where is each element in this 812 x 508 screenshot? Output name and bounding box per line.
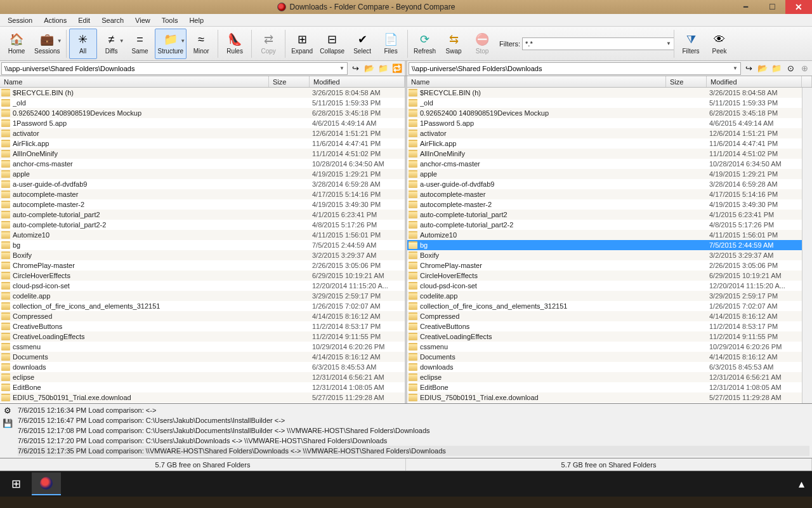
table-row[interactable]: 1Password 5.app4/6/2015 4:49:14 AM	[0, 118, 405, 128]
same-button[interactable]: =Same	[126, 29, 154, 59]
col-size[interactable]: Size	[269, 76, 310, 87]
table-row[interactable]: EDIUS_750b0191_Trial.exe.download5/27/20…	[0, 392, 405, 403]
files-button[interactable]: 📄Files	[377, 29, 405, 59]
table-row[interactable]: ChromePlay-master2/26/2015 3:05:06 PM	[0, 260, 405, 271]
chevron-down-icon[interactable]: ▼	[339, 65, 344, 71]
table-row[interactable]: activator12/6/2014 1:51:21 PM	[407, 128, 802, 138]
table-row[interactable]: autocomplete-master-24/19/2015 3:49:30 P…	[407, 199, 802, 210]
table-row[interactable]: CreativeButtons11/2/2014 8:53:17 PM	[407, 321, 802, 331]
log-line[interactable]: 7/6/2015 12:17:35 PM Load comparison: \\…	[18, 446, 809, 456]
table-row[interactable]: cssmenu10/29/2014 6:20:26 PM	[407, 342, 802, 352]
minor-button[interactable]: ≈Minor	[187, 29, 215, 59]
table-row[interactable]: a-user-guide-of-dvdfab93/28/2014 6:59:28…	[407, 179, 802, 189]
table-row[interactable]: CircleHoverEffects6/29/2015 10:19:21 AM	[0, 271, 405, 281]
folder-open-icon[interactable]: 📂	[363, 62, 376, 75]
maximize-button[interactable]: ☐	[759, 0, 785, 14]
table-row[interactable]: CreativeButtons11/2/2014 8:53:17 PM	[0, 321, 405, 331]
table-row[interactable]: AirFlick.app11/6/2014 4:47:41 PM	[407, 138, 802, 149]
log-line[interactable]: 7/6/2015 12:16:34 PM Load comparison: <-…	[18, 405, 809, 415]
forward-icon[interactable]: ⊕	[798, 62, 811, 75]
col-modified[interactable]: Modified	[707, 76, 802, 87]
table-row[interactable]: CreativeLoadingEffects11/2/2014 9:11:55 …	[0, 331, 405, 342]
table-row[interactable]: anchor-cms-master10/28/2014 6:34:50 AM	[407, 159, 802, 169]
structure-button[interactable]: 📁Structure▼	[155, 29, 187, 59]
folder-sync-icon[interactable]: 🔁	[391, 62, 403, 75]
table-row[interactable]: autocomplete-master4/17/2015 5:14:16 PM	[407, 189, 802, 199]
table-row[interactable]: apple4/19/2015 1:29:21 PM	[407, 169, 802, 179]
history-icon[interactable]: ↪	[742, 62, 755, 75]
table-row[interactable]: $RECYCLE.BIN (h)3/26/2015 8:04:58 AM	[0, 88, 405, 98]
minimize-button[interactable]: ━	[732, 0, 759, 14]
right-path-input[interactable]: \\app-universe\Shared Folders\Downloads▼	[409, 62, 741, 75]
select-button[interactable]: ✔Select	[348, 29, 376, 59]
sessions-button[interactable]: 💼Sessions▼	[31, 29, 63, 59]
table-row[interactable]: codelite.app3/29/2015 2:59:17 PM	[0, 291, 405, 301]
menu-session[interactable]: Session	[3, 15, 37, 25]
filters-button[interactable]: ⧩Filters	[677, 29, 705, 59]
log-line[interactable]: 7/6/2015 12:17:08 PM Load comparison: C:…	[18, 425, 809, 436]
table-row[interactable]: Documents4/14/2015 8:16:12 AM	[0, 352, 405, 362]
table-row[interactable]: Boxify3/2/2015 3:29:37 AM	[407, 250, 802, 260]
diffs-button[interactable]: ≠Diffs▼	[98, 29, 126, 59]
log-lines[interactable]: 7/6/2015 12:16:34 PM Load comparison: <-…	[15, 404, 812, 458]
expand-button[interactable]: ⊞Expand	[288, 29, 316, 59]
col-name[interactable]: Name	[407, 76, 666, 87]
table-row[interactable]: _old5/11/2015 1:59:33 PM	[407, 98, 802, 108]
back-icon[interactable]: ⊙	[784, 62, 797, 75]
table-row[interactable]: AllInOneMinify11/1/2014 4:51:02 PM	[0, 149, 405, 159]
table-row[interactable]: collection_of_fire_icons_and_elements_31…	[407, 301, 802, 311]
copy-button[interactable]: ⇄Copy	[254, 29, 282, 59]
menu-actions[interactable]: Actions	[39, 15, 72, 25]
close-button[interactable]: ✕	[785, 0, 812, 14]
gear-icon[interactable]: ⚙	[3, 405, 13, 415]
table-row[interactable]: autocomplete-master-24/19/2015 3:49:30 P…	[0, 199, 405, 210]
table-row[interactable]: auto-complete-tutorial_part2-24/8/2015 5…	[0, 220, 405, 230]
folder-browse-icon[interactable]: 📁	[377, 62, 390, 75]
table-row[interactable]: Boxify3/2/2015 3:29:37 AM	[0, 250, 405, 260]
save-icon[interactable]: 💾	[3, 418, 13, 428]
table-row[interactable]: activator12/6/2014 1:51:21 PM	[0, 128, 405, 138]
table-row[interactable]: bg7/5/2015 2:44:59 AM	[0, 240, 405, 250]
show-desktop[interactable]: ▴	[792, 477, 811, 491]
table-row[interactable]: anchor-cms-master10/28/2014 6:34:50 AM	[0, 159, 405, 169]
table-row[interactable]: CircleHoverEffects6/29/2015 10:19:21 AM	[407, 271, 802, 281]
table-row[interactable]: Automize104/11/2015 1:56:01 PM	[407, 230, 802, 240]
scrollbar[interactable]	[802, 88, 812, 403]
menu-tools[interactable]: Tools	[157, 15, 183, 25]
table-row[interactable]: CreativeLoadingEffects11/2/2014 9:11:55 …	[407, 331, 802, 342]
table-row[interactable]: _old5/11/2015 1:59:33 PM	[0, 98, 405, 108]
right-file-list[interactable]: $RECYCLE.BIN (h)3/26/2015 8:04:58 AM_old…	[407, 88, 802, 403]
table-row[interactable]: AirFlick.app11/6/2014 4:47:41 PM	[0, 138, 405, 149]
left-file-list[interactable]: $RECYCLE.BIN (h)3/26/2015 8:04:58 AM_old…	[0, 88, 405, 403]
log-line[interactable]: 7/6/2015 12:17:20 PM Load comparison: C:…	[18, 436, 809, 446]
menu-search[interactable]: Search	[96, 15, 129, 25]
table-row[interactable]: downloads6/3/2015 8:45:53 AM	[407, 362, 802, 372]
table-row[interactable]: auto-complete-tutorial_part2-24/8/2015 5…	[407, 220, 802, 230]
table-row[interactable]: collection_of_fire_icons_and_elements_31…	[0, 301, 405, 311]
table-row[interactable]: cssmenu10/29/2014 6:20:26 PM	[0, 342, 405, 352]
table-row[interactable]: eclipse12/31/2014 6:56:21 AM	[407, 372, 802, 382]
table-row[interactable]: autocomplete-master4/17/2015 5:14:16 PM	[0, 189, 405, 199]
table-row[interactable]: EDIUS_750b0191_Trial.exe.download5/27/20…	[407, 392, 802, 403]
menu-edit[interactable]: Edit	[73, 15, 95, 25]
history-icon[interactable]: ↪	[349, 62, 362, 75]
table-row[interactable]: 0.92652400 1408908519Devices Mockup6/28/…	[407, 108, 802, 118]
stop-button[interactable]: ⛔Stop	[468, 29, 496, 59]
col-size[interactable]: Size	[666, 76, 707, 87]
table-row[interactable]: downloads6/3/2015 8:45:53 AM	[0, 362, 405, 372]
start-button[interactable]: ⊞	[1, 472, 30, 495]
folder-open-icon[interactable]: 📂	[756, 62, 769, 75]
table-row[interactable]: 0.92652400 1408908519Devices Mockup6/28/…	[0, 108, 405, 118]
table-row[interactable]: cloud-psd-icon-set12/20/2014 11:15:20 A.…	[0, 281, 405, 291]
folder-browse-icon[interactable]: 📁	[770, 62, 783, 75]
table-row[interactable]: Compressed4/14/2015 8:16:12 AM	[0, 311, 405, 321]
left-path-input[interactable]: \\app-universe\Shared Folders\Downloads▼	[1, 62, 348, 75]
table-row[interactable]: ChromePlay-master2/26/2015 3:05:06 PM	[407, 260, 802, 271]
col-name[interactable]: Name	[0, 76, 269, 87]
menu-help[interactable]: Help	[184, 15, 209, 25]
home-button[interactable]: 🏠Home	[3, 29, 30, 59]
table-row[interactable]: apple4/19/2015 1:29:21 PM	[0, 169, 405, 179]
col-modified[interactable]: Modified	[310, 76, 405, 87]
swap-button[interactable]: ⇆Swap	[440, 29, 468, 59]
refresh-button[interactable]: ⟳Refresh	[410, 29, 439, 59]
